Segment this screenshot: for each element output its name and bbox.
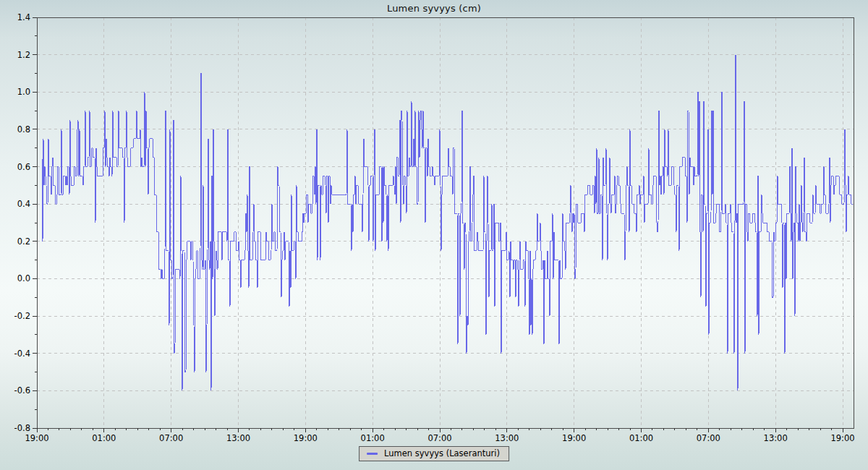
legend-label: Lumen syvyys (Laseranturi): [384, 448, 500, 458]
svg-text:-0.4: -0.4: [14, 349, 30, 359]
svg-text:19:00: 19:00: [294, 433, 318, 443]
svg-text:-0.2: -0.2: [14, 311, 30, 321]
svg-text:19:00: 19:00: [830, 433, 854, 443]
legend-line-icon: [367, 453, 378, 455]
chart-plot-area: 19:0001:0007:0013:0019:0001:0007:0013:00…: [0, 0, 868, 470]
svg-text:01:00: 01:00: [361, 433, 385, 443]
series-lumen-syvyys: [42, 55, 853, 391]
svg-text:-0.8: -0.8: [14, 423, 30, 433]
svg-text:19:00: 19:00: [562, 433, 586, 443]
svg-text:1.0: 1.0: [17, 87, 30, 97]
svg-text:13:00: 13:00: [495, 433, 519, 443]
svg-text:1.4: 1.4: [17, 12, 30, 22]
y-axis-labels: 1.41.21.00.80.60.40.20.0-0.2-0.4-0.6-0.8: [14, 12, 30, 433]
x-axis-labels: 19:0001:0007:0013:0019:0001:0007:0013:00…: [25, 433, 854, 443]
svg-text:0.4: 0.4: [17, 199, 30, 209]
svg-text:-0.6: -0.6: [14, 385, 30, 396]
legend: Lumen syvyys (Laseranturi): [359, 446, 509, 461]
svg-text:0.6: 0.6: [17, 162, 30, 172]
svg-text:13:00: 13:00: [764, 433, 788, 443]
svg-text:01:00: 01:00: [629, 433, 653, 443]
svg-text:07:00: 07:00: [697, 433, 720, 443]
svg-text:07:00: 07:00: [427, 433, 451, 443]
svg-text:0.8: 0.8: [17, 124, 30, 134]
svg-text:0.0: 0.0: [17, 273, 30, 283]
svg-text:07:00: 07:00: [159, 433, 183, 443]
svg-text:1.2: 1.2: [17, 50, 30, 60]
axis-ticks: [33, 17, 843, 432]
svg-text:0.2: 0.2: [17, 236, 30, 247]
svg-text:13:00: 13:00: [226, 433, 250, 443]
svg-text:01:00: 01:00: [92, 433, 116, 443]
svg-text:19:00: 19:00: [25, 433, 48, 443]
